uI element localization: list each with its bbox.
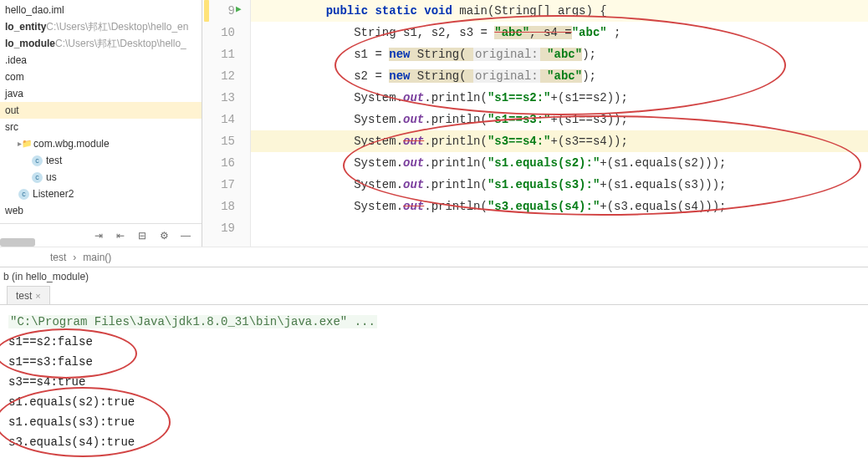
gear-icon[interactable]: ⚙ bbox=[158, 230, 170, 242]
tree-item[interactable]: ctest bbox=[0, 152, 202, 169]
tree-item[interactable]: cListener2 bbox=[0, 186, 202, 202]
project-tree: hello_dao.iml lo_entity C:\Users\邦杠\Desk… bbox=[0, 0, 202, 247]
scrollbar-thumb[interactable] bbox=[0, 238, 35, 247]
run-tabs: test × bbox=[0, 285, 868, 305]
tree-item[interactable]: .idea bbox=[0, 52, 202, 69]
breadcrumb[interactable]: test › main() bbox=[0, 247, 868, 267]
console-cmd: "C:\Program Files\Java\jdk1.8.0_31\bin\j… bbox=[8, 315, 377, 328]
run-tab[interactable]: test × bbox=[7, 286, 50, 304]
change-marker bbox=[204, 0, 209, 22]
console-line: s3==s4:true bbox=[8, 372, 860, 392]
code-body[interactable]: public static void main(String[] args) {… bbox=[251, 0, 868, 247]
console-line: s3.equals(s4):true bbox=[8, 432, 860, 452]
structure-bar[interactable]: b (in hello_module) bbox=[0, 267, 868, 285]
console-output[interactable]: "C:\Program Files\Java\jdk1.8.0_31\bin\j… bbox=[0, 305, 868, 458]
class-icon: c bbox=[32, 172, 43, 183]
collapse-icon[interactable]: ⊟ bbox=[136, 230, 148, 242]
class-icon: c bbox=[18, 189, 29, 200]
gutter[interactable]: ▶ 9 10 11 12 13 14 15 16 17 18 19 bbox=[202, 0, 251, 247]
close-icon[interactable]: × bbox=[35, 291, 40, 301]
run-gutter-icon[interactable]: ▶ bbox=[236, 3, 242, 14]
breadcrumb-item[interactable]: main() bbox=[83, 252, 111, 263]
tree-item[interactable]: cus bbox=[0, 169, 202, 186]
run-tab-label: test bbox=[16, 290, 32, 302]
chevron-right-icon: › bbox=[73, 252, 76, 263]
tree-item[interactable]: lo_entity C:\Users\邦杠\Desktop\hello_en bbox=[0, 18, 202, 35]
breadcrumb-item[interactable]: test bbox=[50, 252, 66, 263]
hide-icon[interactable]: — bbox=[180, 230, 191, 242]
tree-item[interactable]: web bbox=[0, 202, 202, 219]
console-line: s1.equals(s3):true bbox=[8, 412, 860, 432]
tree-item[interactable]: com bbox=[0, 69, 202, 85]
tree-item[interactable]: ▸📁com.wbg.module bbox=[0, 135, 202, 152]
autoscroll-icon[interactable]: ⇥ bbox=[93, 230, 105, 242]
console-line: s1.equals(s2):true bbox=[8, 392, 860, 412]
autoscroll-from-icon[interactable]: ⇤ bbox=[115, 230, 126, 242]
tree-item[interactable]: hello_dao.iml bbox=[0, 2, 202, 18]
class-icon: c bbox=[32, 155, 43, 166]
folder-icon: ▸📁 bbox=[18, 138, 30, 150]
console-line: s1==s3:false bbox=[8, 352, 860, 372]
console-line: s1==s2:false bbox=[8, 332, 860, 352]
tree-item[interactable]: src bbox=[0, 119, 202, 135]
tree-item[interactable]: java bbox=[0, 85, 202, 102]
editor-pane: ▶ 9 10 11 12 13 14 15 16 17 18 19 public… bbox=[202, 0, 868, 247]
tree-item[interactable]: lo_module C:\Users\邦杠\Desktop\hello_ bbox=[0, 35, 202, 52]
tree-item-selected[interactable]: out bbox=[0, 102, 202, 119]
